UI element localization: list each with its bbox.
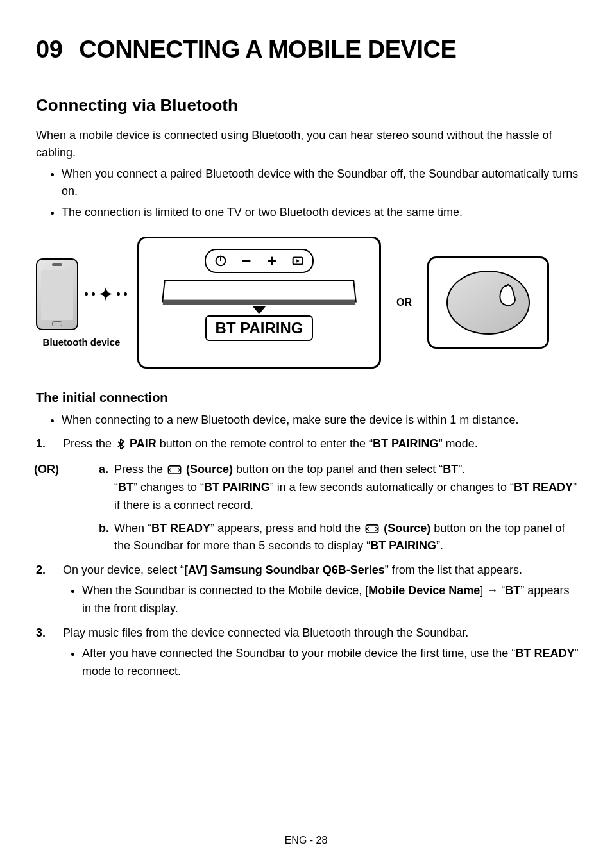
power-icon — [214, 254, 228, 268]
svg-rect-7 — [366, 525, 378, 533]
bluetooth-device-label: Bluetooth device — [43, 337, 121, 347]
jog-dial-icon — [446, 271, 530, 335]
intro-bullet: The connection is limited to one TV or t… — [62, 204, 581, 221]
step-3: Play music files from the device connect… — [36, 624, 581, 681]
callout-pointer-icon — [253, 306, 266, 314]
phone-icon — [36, 258, 78, 330]
intro-text: When a mobile device is connected using … — [36, 127, 581, 162]
step-1a: Press the (Source) button on the top pan… — [99, 461, 581, 515]
minus-icon — [239, 254, 253, 268]
section-title: CONNECTING A MOBILE DEVICE — [79, 36, 456, 63]
source-button-label: (Source) — [186, 463, 233, 476]
initial-connection-heading: The initial connection — [36, 390, 581, 405]
step-2: On your device, select “[AV] Samsung Sou… — [36, 562, 581, 618]
or-marker: (OR) — [34, 461, 59, 479]
page-footer: ENG - 28 — [0, 835, 612, 846]
source-icon — [365, 524, 379, 533]
step-2-sub: When the Soundbar is connected to the Mo… — [82, 582, 581, 618]
source-icon — [291, 254, 305, 268]
disc-button-diagram — [427, 256, 549, 349]
source-icon — [167, 465, 182, 474]
soundbar-body-icon — [162, 280, 357, 303]
svg-rect-6 — [168, 466, 180, 474]
source-button-label: (Source) — [384, 522, 430, 535]
subsection-title: Connecting via Bluetooth — [36, 96, 581, 115]
soundbar-diagram: BT PAIRING — [137, 237, 381, 369]
intro-bullet: When you connect a paired Bluetooth devi… — [62, 165, 581, 200]
step-3-sub: After you have connected the Soundbar to… — [82, 645, 581, 681]
plus-icon — [265, 254, 279, 268]
step-1: Press the PAIR button on the remote cont… — [36, 435, 581, 555]
bluetooth-signal-icon: ✦ — [85, 286, 127, 303]
bluetooth-device-block: ✦ Bluetooth device — [36, 258, 127, 347]
steps-list: Press the PAIR button on the remote cont… — [36, 435, 581, 681]
distance-note: When connecting to a new Bluetooth devic… — [62, 412, 581, 429]
intro-bullets: When you connect a paired Bluetooth devi… — [36, 165, 581, 221]
page-title: 09CONNECTING A MOBILE DEVICE — [36, 36, 581, 63]
step-1b: When “BT READY” appears, press and hold … — [99, 520, 581, 556]
section-number: 09 — [36, 36, 62, 63]
soundbar-top-panel — [205, 249, 314, 273]
sub-steps: Press the (Source) button on the top pan… — [63, 461, 581, 555]
or-label: OR — [396, 297, 412, 308]
bt-pairing-callout: BT PAIRING — [205, 315, 314, 341]
pairing-diagram: ✦ Bluetooth device BT PAIRING OR — [36, 237, 581, 369]
pair-button-label: PAIR — [130, 437, 157, 450]
hand-press-icon — [488, 273, 525, 310]
bluetooth-pair-icon — [116, 438, 125, 450]
